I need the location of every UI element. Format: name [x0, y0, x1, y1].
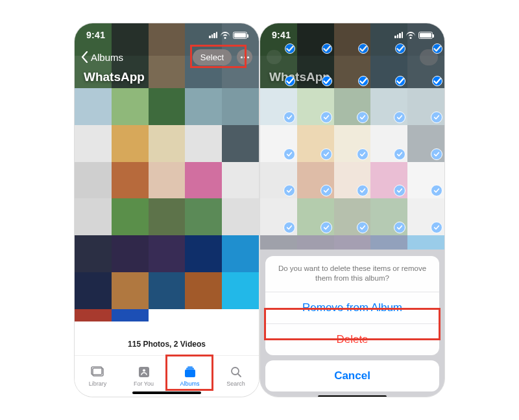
photo-thumbnail-selected[interactable]	[370, 88, 407, 125]
photo-grid-selected[interactable]	[260, 88, 444, 271]
photo-thumbnail[interactable]	[149, 125, 186, 162]
delete-button[interactable]: Delete	[265, 324, 439, 355]
photo-thumbnail[interactable]	[112, 309, 149, 321]
selection-check-icon	[357, 148, 368, 160]
selection-check-icon	[320, 222, 332, 233]
photo-thumbnail-selected[interactable]	[407, 125, 444, 162]
phone-left: 9:41 Albums Select WhatsApp	[75, 23, 259, 397]
photo-thumbnail[interactable]	[149, 198, 186, 235]
photo-thumbnail[interactable]	[75, 198, 112, 235]
photo-thumbnail-selected[interactable]	[370, 125, 407, 162]
photo-thumbnail[interactable]	[149, 235, 186, 272]
photo-thumbnail-selected[interactable]	[370, 162, 407, 199]
photo-thumbnail-selected[interactable]	[297, 125, 334, 162]
selection-check-icon	[394, 222, 405, 233]
photo-thumbnail[interactable]	[112, 235, 149, 272]
sheet-message: Do you want to delete these items or rem…	[265, 256, 439, 292]
more-button[interactable]	[237, 49, 252, 65]
home-indicator[interactable]	[132, 391, 201, 394]
photo-thumbnail-selected[interactable]	[260, 88, 297, 125]
photo-thumbnail-selected[interactable]	[370, 198, 407, 235]
for-you-icon	[137, 366, 151, 379]
svg-rect-2	[139, 367, 149, 377]
photo-thumbnail[interactable]	[75, 88, 112, 125]
photo-thumbnail[interactable]	[185, 198, 222, 235]
photo-thumbnail-selected[interactable]	[407, 162, 444, 199]
photo-thumbnail[interactable]	[222, 125, 259, 162]
photo-thumbnail-selected[interactable]	[334, 88, 371, 125]
selection-check-icon	[320, 148, 332, 160]
photo-thumbnail[interactable]	[222, 88, 259, 125]
photo-thumbnail[interactable]	[222, 272, 259, 309]
photo-thumbnail-selected[interactable]	[260, 125, 297, 162]
selection-check-icon	[322, 76, 332, 86]
photo-thumbnail[interactable]	[185, 162, 222, 199]
search-icon	[229, 366, 243, 379]
photo-thumbnail[interactable]	[149, 162, 186, 199]
svg-point-7	[232, 368, 239, 375]
photo-thumbnail[interactable]	[75, 309, 112, 321]
selection-check-icon	[395, 76, 405, 86]
albums-icon	[183, 366, 197, 379]
phone-right: 9:41 WhatsApp Do yo	[260, 23, 444, 397]
cancel-button[interactable]: Cancel	[265, 360, 439, 391]
back-button[interactable]	[267, 50, 282, 64]
tab-albums[interactable]: Albums	[167, 356, 213, 397]
photo-thumbnail[interactable]	[185, 125, 222, 162]
photo-thumbnail[interactable]	[112, 125, 149, 162]
photo-grid[interactable]: +	[75, 88, 259, 321]
photo-thumbnail[interactable]	[185, 272, 222, 309]
tab-for-you[interactable]: For You	[121, 356, 167, 397]
photo-thumbnail[interactable]	[112, 272, 149, 309]
photo-thumbnail[interactable]	[75, 272, 112, 309]
selection-check-icon	[394, 148, 405, 160]
selection-check-icon	[357, 111, 368, 123]
home-indicator[interactable]	[318, 395, 387, 397]
nav-bar: Albums Select	[75, 47, 259, 67]
photo-thumbnail[interactable]	[185, 235, 222, 272]
photo-thumbnail[interactable]	[149, 88, 186, 125]
remove-from-album-button[interactable]: Remove from Album	[265, 292, 439, 324]
photo-thumbnail[interactable]	[112, 162, 149, 199]
tab-search[interactable]: Search	[213, 356, 259, 397]
photo-thumbnail-selected[interactable]	[297, 162, 334, 199]
photo-thumbnail-selected[interactable]	[260, 198, 297, 235]
photo-thumbnail[interactable]	[112, 88, 149, 125]
select-button[interactable]: Select	[193, 49, 232, 65]
cellular-icon	[209, 32, 217, 38]
selection-check-icon	[395, 43, 405, 54]
selection-check-icon	[431, 222, 442, 233]
photo-thumbnail[interactable]	[75, 235, 112, 272]
footer: 115 Photos, 2 Videos Library For You	[75, 321, 259, 397]
selection-check-icon	[394, 185, 405, 196]
photo-thumbnail[interactable]	[222, 162, 259, 199]
selection-check-icon	[284, 222, 295, 233]
selection-check-icon	[322, 43, 332, 54]
status-indicators	[394, 32, 433, 39]
photo-thumbnail[interactable]	[222, 235, 259, 272]
back-label: Albums	[91, 52, 123, 63]
photo-thumbnail[interactable]	[112, 198, 149, 235]
photo-thumbnail-selected[interactable]	[260, 162, 297, 199]
photo-thumbnail-selected[interactable]	[334, 198, 371, 235]
photo-thumbnail-selected[interactable]	[407, 88, 444, 125]
photo-thumbnail[interactable]	[149, 272, 186, 309]
selection-check-icon	[431, 148, 442, 160]
add-photo-button[interactable]: +	[149, 309, 186, 321]
photo-thumbnail-selected[interactable]	[297, 198, 334, 235]
photo-thumbnail[interactable]	[75, 162, 112, 199]
svg-rect-6	[187, 367, 193, 368]
photo-thumbnail[interactable]	[222, 198, 259, 235]
photo-thumbnail-selected[interactable]	[297, 88, 334, 125]
selection-check-icon	[431, 111, 442, 123]
photo-thumbnail[interactable]	[185, 88, 222, 125]
svg-rect-5	[186, 368, 194, 369]
photo-thumbnail-selected[interactable]	[407, 198, 444, 235]
back-button[interactable]: Albums	[81, 51, 123, 63]
tab-bar: Library For You Albums	[75, 355, 259, 397]
clock: 9:41	[272, 30, 291, 40]
tab-library[interactable]: Library	[75, 356, 121, 397]
photo-thumbnail-selected[interactable]	[334, 125, 371, 162]
photo-thumbnail[interactable]	[75, 125, 112, 162]
photo-thumbnail-selected[interactable]	[334, 162, 371, 199]
